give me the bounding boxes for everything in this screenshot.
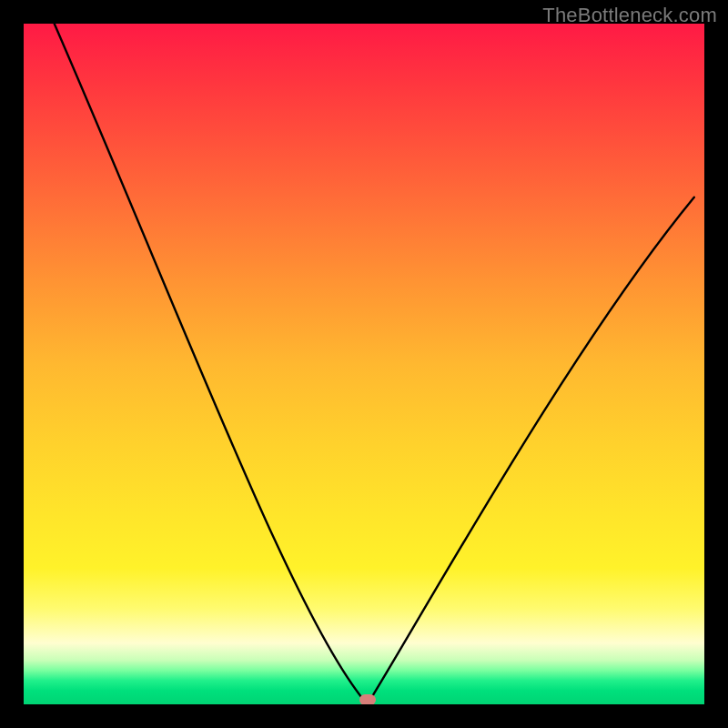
optimum-marker	[359, 694, 376, 704]
bottleneck-curve	[24, 24, 704, 704]
plot-area	[24, 24, 704, 704]
chart-frame: TheBottleneck.com	[0, 0, 728, 728]
watermark-text: TheBottleneck.com	[542, 4, 717, 27]
